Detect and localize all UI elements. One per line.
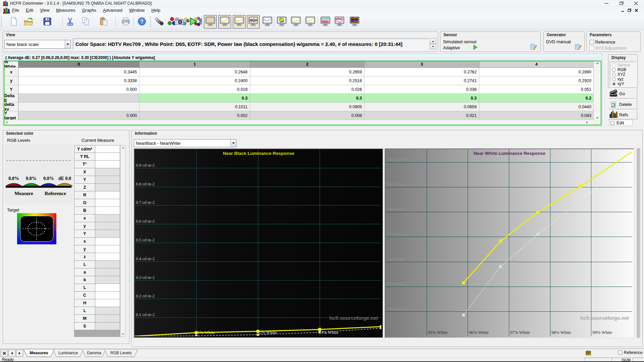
- scroll-left-icon[interactable]: [6, 120, 7, 125]
- grid-cell[interactable]: 0.051: [479, 85, 594, 94]
- menu-advanced[interactable]: Advanced: [100, 7, 126, 14]
- grid-column-header-2[interactable]: 2: [250, 61, 365, 68]
- measure-row-value[interactable]: [95, 222, 120, 230]
- grid-cell[interactable]: 0.3: [365, 94, 479, 103]
- grid-cell[interactable]: 0.2516: [250, 76, 365, 85]
- measure-row-value[interactable]: [95, 238, 120, 245]
- grid-vertical-scrollbar[interactable]: [593, 61, 601, 120]
- minimize-button[interactable]: [599, 0, 614, 7]
- information-view-combobox[interactable]: NearBlack - NearWhite: [134, 139, 236, 147]
- grid-column-header-0[interactable]: 0: [18, 61, 140, 68]
- measure-row-value[interactable]: [95, 207, 120, 215]
- grid-cell[interactable]: 0.2741: [365, 76, 479, 85]
- spinner-up-button[interactable]: [430, 39, 436, 44]
- radio-icon[interactable]: [612, 82, 616, 86]
- toolbar-drag-handle[interactable]: [1, 16, 2, 27]
- scroll-right-icon[interactable]: [586, 120, 588, 125]
- measure-row-value[interactable]: [95, 191, 120, 199]
- info-panel-scrollbar[interactable]: [637, 148, 641, 338]
- measure-row-value[interactable]: [95, 176, 120, 184]
- view-nearblack-nearwhite-button[interactable]: [261, 15, 274, 28]
- go-button[interactable]: Go: [608, 88, 637, 99]
- grid-horizontal-scrollbar[interactable]: [4, 120, 594, 125]
- measure-row-value[interactable]: [95, 292, 120, 299]
- menu-window[interactable]: Window: [126, 7, 148, 14]
- grid-cell[interactable]: 0.043: [479, 111, 594, 120]
- grid-cell[interactable]: 0.002: [140, 111, 250, 120]
- menu-help[interactable]: Help: [148, 7, 164, 14]
- run-measures-button[interactable]: [187, 15, 200, 28]
- display-option-rgb[interactable]: RGB: [612, 67, 636, 72]
- cut-button[interactable]: [64, 15, 76, 28]
- grid-cell[interactable]: 0.0659: [365, 103, 479, 111]
- print-button[interactable]: [119, 15, 132, 28]
- edit-checkbox-row[interactable]: Edit: [609, 120, 633, 126]
- edit-checkbox[interactable]: [610, 121, 614, 125]
- measure-row-value[interactable]: [95, 215, 120, 222]
- grid-cell[interactable]: 0.026: [250, 85, 365, 94]
- measure-row-value[interactable]: [95, 284, 120, 292]
- measure-row-value[interactable]: [95, 268, 120, 276]
- measure-row-value[interactable]: [95, 199, 120, 207]
- view-gamma-button[interactable]: [233, 15, 246, 28]
- restore-button[interactable]: [614, 0, 629, 7]
- grid-cell[interactable]: 0.008: [250, 111, 365, 120]
- menubar-drag-handle[interactable]: [1, 8, 1, 13]
- view-luminance-alt-button[interactable]: [289, 15, 302, 28]
- grid-cell[interactable]: 0.036: [365, 85, 479, 94]
- view-rgb-levels-button[interactable]: [247, 15, 260, 28]
- snapshot-button[interactable]: [173, 15, 185, 28]
- menu-view[interactable]: View: [37, 7, 53, 14]
- reference-toggle-checkbox[interactable]: [618, 351, 622, 355]
- toolbar-drag-handle[interactable]: [150, 16, 151, 27]
- scroll-down-icon[interactable]: [594, 117, 601, 119]
- view-luminance-button[interactable]: [218, 15, 231, 28]
- mdi-minimize-button[interactable]: [620, 8, 626, 13]
- display-option-xyy[interactable]: xyY: [612, 81, 636, 86]
- toolbar-drag-handle[interactable]: [202, 16, 202, 27]
- view-spectrum-button[interactable]: [348, 15, 361, 28]
- prev-tab-button[interactable]: [8, 350, 15, 357]
- grid-column-header-4[interactable]: 4: [479, 61, 594, 68]
- grid-cell[interactable]: 0.3445: [18, 68, 140, 76]
- measure-row-value[interactable]: [95, 299, 120, 307]
- radio-icon[interactable]: [612, 73, 616, 76]
- menu-graphs[interactable]: Graphs: [78, 7, 100, 14]
- view-data-grid-button[interactable]: [204, 15, 217, 28]
- measure-grayscale-button[interactable]: [153, 15, 165, 28]
- measure-row-value[interactable]: [95, 184, 120, 191]
- mdi-close-button[interactable]: [634, 8, 639, 13]
- help-button[interactable]: ?: [136, 15, 148, 28]
- grid-cell[interactable]: 0.1011: [140, 103, 250, 111]
- radio-icon[interactable]: [612, 77, 616, 81]
- combo-dropdown-icon[interactable]: [230, 139, 236, 147]
- grid-column-header-3[interactable]: 3: [365, 61, 479, 68]
- reference-checkbox[interactable]: [590, 40, 594, 44]
- generator-config-icon[interactable]: [575, 43, 581, 51]
- grid-cell[interactable]: 0.2920: [479, 76, 594, 85]
- measure-row-value[interactable]: [95, 153, 120, 161]
- measure-row-value[interactable]: [95, 230, 120, 238]
- grid-cell[interactable]: 0.0440: [479, 103, 594, 111]
- measure-row-value[interactable]: [95, 253, 120, 261]
- measure-row-value[interactable]: [95, 161, 120, 168]
- paste-button[interactable]: [97, 15, 110, 28]
- grid-cell[interactable]: 0.021: [365, 111, 479, 120]
- reference-checkbox-row[interactable]: Reference: [590, 40, 615, 45]
- display-option-xyz[interactable]: xyz: [612, 77, 636, 81]
- grid-cell[interactable]: 0.000: [18, 111, 140, 120]
- grid-cell[interactable]: 0.2: [479, 94, 594, 103]
- grid-cell[interactable]: [18, 103, 140, 111]
- display-option-xyz[interactable]: XYZ: [612, 72, 636, 77]
- measure-row-value[interactable]: [95, 261, 120, 268]
- menu-measures[interactable]: Measures: [53, 7, 78, 14]
- measure-row-value[interactable]: [95, 307, 120, 315]
- grid-cell[interactable]: [18, 94, 140, 103]
- grid-cell[interactable]: 0.2890: [479, 68, 594, 76]
- scroll-up-icon[interactable]: [120, 147, 125, 148]
- grid-cell[interactable]: 0.2659: [250, 68, 365, 76]
- grid-cell[interactable]: 0.000: [18, 85, 140, 94]
- radio-icon[interactable]: [612, 68, 616, 72]
- reference-toggle-row[interactable]: Reference: [618, 350, 642, 355]
- measure-row-value[interactable]: [95, 276, 120, 284]
